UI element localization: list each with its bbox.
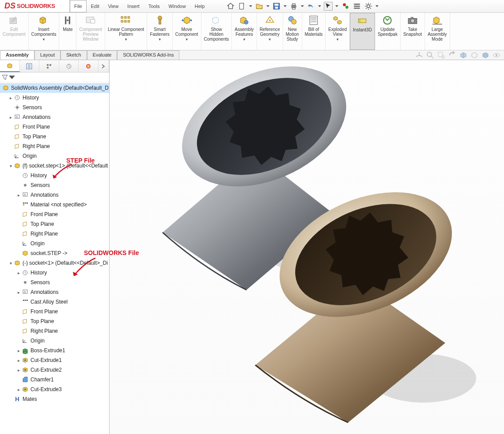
display-style-icon[interactable] <box>481 51 489 59</box>
menu-edit[interactable]: Edit <box>87 0 104 12</box>
dropdown-icon[interactable] <box>249 2 252 11</box>
dropdown-icon[interactable]: ▼ <box>42 38 45 42</box>
tree-right-plane[interactable]: Right Plane <box>0 326 109 336</box>
zoom-area-icon[interactable] <box>437 51 445 59</box>
dropdown-icon[interactable]: ▼ <box>268 38 272 42</box>
save-icon[interactable] <box>272 2 281 11</box>
feature-manager-tab[interactable] <box>0 60 20 72</box>
menu-window[interactable]: Window <box>164 0 190 12</box>
dropdown-icon[interactable]: ▼ <box>185 38 189 42</box>
tree-origin[interactable]: Origin <box>0 151 109 161</box>
pin-icon[interactable] <box>209 0 218 12</box>
dropdown-icon[interactable]: ▼ <box>158 38 162 42</box>
triad-icon[interactable] <box>415 51 423 59</box>
dropdown-icon[interactable] <box>375 2 379 11</box>
tree-origin[interactable]: Origin <box>0 336 109 346</box>
smart-fasteners-button[interactable]: SmartFasteners ▼ <box>147 13 172 50</box>
insert-components-button[interactable]: InsertComponents ▼ <box>29 13 60 50</box>
tree-cut-extrude1[interactable]: ▸Cut-Extrude1 <box>0 355 109 365</box>
new-motion-study-button[interactable]: NewMotionStudy <box>283 13 302 50</box>
display-manager-tab[interactable] <box>79 60 99 72</box>
tree-boss-extrude1[interactable]: ▸Boss-Extrude1 <box>0 346 109 355</box>
tree-component-step[interactable]: ▾(f) socket.step<1> (Default<<Default <box>0 161 109 171</box>
dimxpert-manager-tab[interactable] <box>59 60 79 72</box>
tree-top-plane[interactable]: Top Plane <box>0 219 109 229</box>
previous-view-icon[interactable] <box>448 51 456 59</box>
dropdown-icon[interactable]: ▼ <box>124 38 128 42</box>
configuration-manager-tab[interactable] <box>39 60 59 72</box>
dropdown-icon[interactable] <box>301 2 304 11</box>
new-icon[interactable] <box>238 2 246 11</box>
tree-imported-body[interactable]: socket.STEP -> <box>0 248 109 258</box>
tree-cut-extrude2[interactable]: ▸Cut-Extrude2 <box>0 365 109 375</box>
menu-help[interactable]: Help <box>190 0 209 12</box>
take-snapshot-button[interactable]: TakeSnapshot <box>401 13 425 50</box>
tree-front-plane[interactable]: Front Plane <box>0 122 109 132</box>
tree-chamfer1[interactable]: Chamfer1 <box>0 375 109 385</box>
dropdown-icon[interactable] <box>335 2 338 11</box>
show-hidden-button[interactable]: ShowHiddenComponents <box>201 13 232 50</box>
rebuild-icon[interactable] <box>341 2 350 11</box>
menu-file[interactable]: File <box>70 0 87 12</box>
tree-cut-extrude3[interactable]: ▸Cut-Extrude3 <box>0 385 109 394</box>
tree-top-plane[interactable]: Top Plane <box>0 316 109 326</box>
assembly-features-button[interactable]: AssemblyFeatures ▼ <box>232 13 257 50</box>
model-socket-solidworks[interactable] <box>202 188 481 434</box>
tree-component-sw[interactable]: ▾(-) socket<1> (Default<<Default>_Di <box>0 258 109 268</box>
tree-mates[interactable]: Mates <box>0 394 109 404</box>
undo-icon[interactable] <box>307 2 315 11</box>
home-icon[interactable] <box>226 2 235 11</box>
view-orientation-icon[interactable] <box>470 51 478 59</box>
mate-button[interactable]: Mate <box>59 13 76 50</box>
tab-evaluate[interactable]: Evaluate <box>87 50 117 60</box>
options-icon[interactable] <box>352 2 361 11</box>
select-icon[interactable] <box>324 2 333 11</box>
print-icon[interactable] <box>289 2 298 11</box>
exploded-view-button[interactable]: ExplodedView ▼ <box>326 13 350 50</box>
large-assembly-button[interactable]: LargeAssemblyMode <box>425 13 450 50</box>
graphics-area[interactable] <box>110 60 504 434</box>
zoom-fit-icon[interactable] <box>426 51 434 59</box>
open-icon[interactable] <box>255 2 264 11</box>
tree-front-plane[interactable]: Front Plane <box>0 307 109 316</box>
menu-insert[interactable]: Insert <box>123 0 144 12</box>
tree-annotations[interactable]: ▸AAnnotations <box>0 112 109 122</box>
tree-material[interactable]: Material <not specified> <box>0 200 109 209</box>
tab-assembly[interactable]: Assembly <box>0 50 34 60</box>
tree-origin[interactable]: Origin <box>0 239 109 248</box>
dropdown-icon[interactable]: ▼ <box>336 38 339 42</box>
tree-filter[interactable] <box>0 72 109 82</box>
tree-history[interactable]: History <box>0 171 109 180</box>
tree-right-plane[interactable]: Right Plane <box>0 141 109 151</box>
tree-right-plane[interactable]: Right Plane <box>0 229 109 239</box>
tree-sensors[interactable]: Sensors <box>0 278 109 287</box>
tree-front-plane[interactable]: Front Plane <box>0 209 109 219</box>
dropdown-icon[interactable]: ▼ <box>243 38 246 42</box>
section-view-icon[interactable] <box>459 51 467 59</box>
bom-button[interactable]: Bill ofMaterials <box>302 13 326 50</box>
tree-material-steel[interactable]: Cast Alloy Steel <box>0 297 109 307</box>
dropdown-icon[interactable] <box>266 2 269 11</box>
tab-sketch[interactable]: Sketch <box>61 50 87 60</box>
reference-geometry-button[interactable]: ReferenceGeometry ▼ <box>257 13 283 50</box>
tree-top-plane[interactable]: Top Plane <box>0 132 109 141</box>
update-speedpak-button[interactable]: UpdateSpeedpak <box>375 13 401 50</box>
tree-sensors[interactable]: Sensors <box>0 180 109 190</box>
menu-view[interactable]: View <box>104 0 123 12</box>
tab-addins[interactable]: SOLIDWORKS Add-Ins <box>117 50 179 60</box>
settings-icon[interactable] <box>364 2 373 11</box>
expand-icon[interactable] <box>99 60 109 72</box>
dropdown-icon[interactable] <box>318 2 321 11</box>
property-manager-tab[interactable] <box>20 60 40 72</box>
tree-annotations[interactable]: ▸AAnnotations <box>0 190 109 200</box>
move-component-button[interactable]: MoveComponent ▼ <box>173 13 201 50</box>
tree-history[interactable]: ▸History <box>0 93 109 103</box>
tree-sensors[interactable]: Sensors <box>0 103 109 112</box>
linear-pattern-button[interactable]: Linear ComponentPattern ▼ <box>105 13 147 50</box>
hide-show-icon[interactable] <box>493 51 500 59</box>
tree-history[interactable]: ▸History <box>0 268 109 278</box>
tab-layout[interactable]: Layout <box>34 50 61 60</box>
tree-annotations[interactable]: ▸AAnnotations <box>0 287 109 297</box>
tree-root[interactable]: SolidWorks Assembly (Default<Default_D <box>0 83 109 93</box>
dropdown-icon[interactable] <box>284 2 287 11</box>
